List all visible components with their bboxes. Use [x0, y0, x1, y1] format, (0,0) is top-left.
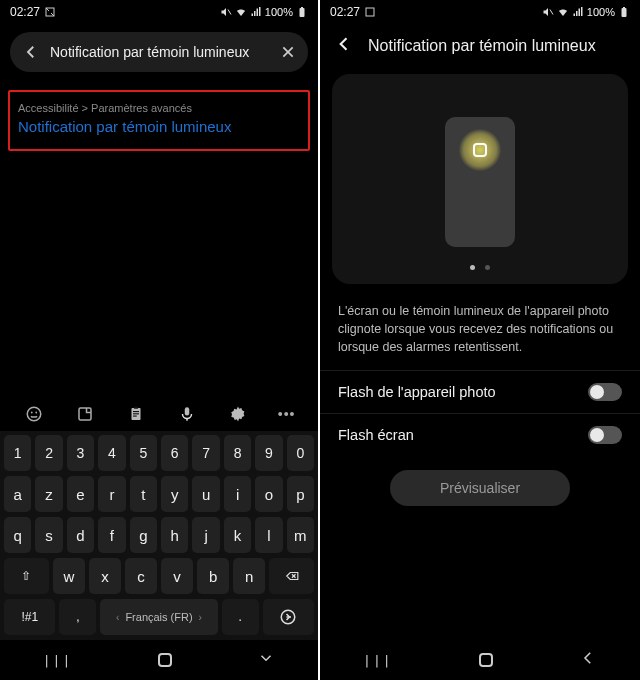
- nav-back[interactable]: [257, 649, 275, 671]
- key-shift[interactable]: ⇧: [4, 558, 49, 594]
- key-dot[interactable]: .: [222, 599, 259, 635]
- svg-line-23: [550, 10, 553, 15]
- preview-button[interactable]: Prévisualiser: [390, 470, 570, 506]
- key-x[interactable]: x: [89, 558, 121, 594]
- key-w[interactable]: w: [53, 558, 85, 594]
- key-g[interactable]: g: [130, 517, 157, 553]
- key-a[interactable]: a: [4, 476, 31, 512]
- key-7[interactable]: 7: [192, 435, 219, 471]
- key-j[interactable]: j: [192, 517, 219, 553]
- key-n[interactable]: n: [233, 558, 265, 594]
- key-c[interactable]: c: [125, 558, 157, 594]
- back-icon[interactable]: [334, 34, 354, 58]
- key-8[interactable]: 8: [224, 435, 251, 471]
- search-result-highlighted[interactable]: Accessibilité > Paramètres avancés Notif…: [8, 90, 310, 151]
- preview-illustration[interactable]: [332, 74, 628, 284]
- key-t[interactable]: t: [130, 476, 157, 512]
- key-symbols[interactable]: !#1: [4, 599, 55, 635]
- key-r[interactable]: r: [98, 476, 125, 512]
- search-bar[interactable]: Notification par témoin lumineux: [10, 32, 308, 72]
- keyboard-row-space: !#1 , ‹ Français (FR) › .: [4, 599, 314, 635]
- dot-active: [470, 265, 475, 270]
- mic-icon[interactable]: [176, 403, 198, 425]
- sticker-icon[interactable]: [74, 403, 96, 425]
- mute-icon: [542, 6, 554, 18]
- phone-left-search-screen: 02:27 100% Notification par témoin lumin…: [0, 0, 320, 680]
- key-u[interactable]: u: [192, 476, 219, 512]
- nav-home[interactable]: [479, 653, 493, 667]
- key-space[interactable]: ‹ Français (FR) ›: [100, 599, 218, 635]
- key-f[interactable]: f: [98, 517, 125, 553]
- nav-home[interactable]: [158, 653, 172, 667]
- key-z[interactable]: z: [35, 476, 62, 512]
- key-y[interactable]: y: [161, 476, 188, 512]
- status-bar: 02:27 100%: [320, 0, 640, 24]
- wifi-icon: [235, 6, 247, 18]
- key-i[interactable]: i: [224, 476, 251, 512]
- status-bar: 02:27 100%: [0, 0, 318, 24]
- key-9[interactable]: 9: [255, 435, 282, 471]
- signal-icon: [250, 6, 262, 18]
- key-comma[interactable]: ,: [59, 599, 96, 635]
- search-input[interactable]: Notification par témoin lumineux: [50, 44, 270, 60]
- setting-screen-flash[interactable]: Flash écran: [320, 413, 640, 456]
- key-k[interactable]: k: [224, 517, 251, 553]
- key-v[interactable]: v: [161, 558, 193, 594]
- key-3[interactable]: 3: [67, 435, 94, 471]
- status-time: 02:27: [330, 5, 360, 19]
- chevron-right-icon: ›: [193, 612, 208, 623]
- key-l[interactable]: l: [255, 517, 282, 553]
- keyboard-toolbar: •••: [0, 397, 318, 431]
- key-h[interactable]: h: [161, 517, 188, 553]
- svg-rect-13: [133, 413, 139, 414]
- key-b[interactable]: b: [197, 558, 229, 594]
- chevron-left-icon: ‹: [110, 612, 125, 623]
- key-backspace[interactable]: [269, 558, 314, 594]
- key-p[interactable]: p: [287, 476, 314, 512]
- setting-camera-flash[interactable]: Flash de l'appareil photo: [320, 370, 640, 413]
- key-2[interactable]: 2: [35, 435, 62, 471]
- nav-recents[interactable]: |||: [363, 653, 392, 668]
- key-o[interactable]: o: [255, 476, 282, 512]
- more-icon[interactable]: •••: [278, 406, 296, 422]
- key-d[interactable]: d: [67, 517, 94, 553]
- space-label: Français (FR): [125, 611, 192, 623]
- navigation-bar: |||: [320, 640, 640, 680]
- nav-recents[interactable]: |||: [43, 653, 72, 668]
- back-icon[interactable]: [22, 43, 40, 61]
- page-indicator[interactable]: [332, 256, 628, 274]
- key-e[interactable]: e: [67, 476, 94, 512]
- emoji-icon[interactable]: [23, 403, 45, 425]
- toggle-camera-flash[interactable]: [588, 383, 622, 401]
- key-m[interactable]: m: [287, 517, 314, 553]
- key-q[interactable]: q: [4, 517, 31, 553]
- key-0[interactable]: 0: [287, 435, 314, 471]
- title-bar: Notification par témoin lumineux: [320, 24, 640, 66]
- mute-icon: [220, 6, 232, 18]
- battery-icon: [296, 6, 308, 18]
- svg-rect-2: [300, 8, 305, 17]
- navigation-bar: |||: [0, 640, 318, 680]
- svg-rect-3: [301, 7, 303, 8]
- key-4[interactable]: 4: [98, 435, 125, 471]
- key-5[interactable]: 5: [130, 435, 157, 471]
- nav-back[interactable]: [579, 649, 597, 671]
- toggle-screen-flash[interactable]: [588, 426, 622, 444]
- setting-label: Flash écran: [338, 427, 414, 443]
- svg-rect-12: [133, 411, 139, 412]
- keyboard: 1 2 3 4 5 6 7 8 9 0 a z e r t y u i o p …: [0, 431, 318, 640]
- signal-icon: [572, 6, 584, 18]
- page-title: Notification par témoin lumineux: [368, 37, 596, 55]
- svg-point-7: [30, 412, 32, 414]
- camera-lens-icon: [473, 143, 487, 157]
- svg-rect-11: [133, 407, 138, 409]
- key-6[interactable]: 6: [161, 435, 188, 471]
- key-enter[interactable]: [263, 599, 314, 635]
- settings-icon[interactable]: [227, 403, 249, 425]
- key-1[interactable]: 1: [4, 435, 31, 471]
- key-s[interactable]: s: [35, 517, 62, 553]
- clear-icon[interactable]: [280, 44, 296, 60]
- clipboard-icon[interactable]: [125, 403, 147, 425]
- svg-rect-9: [79, 408, 91, 420]
- svg-rect-25: [623, 7, 625, 8]
